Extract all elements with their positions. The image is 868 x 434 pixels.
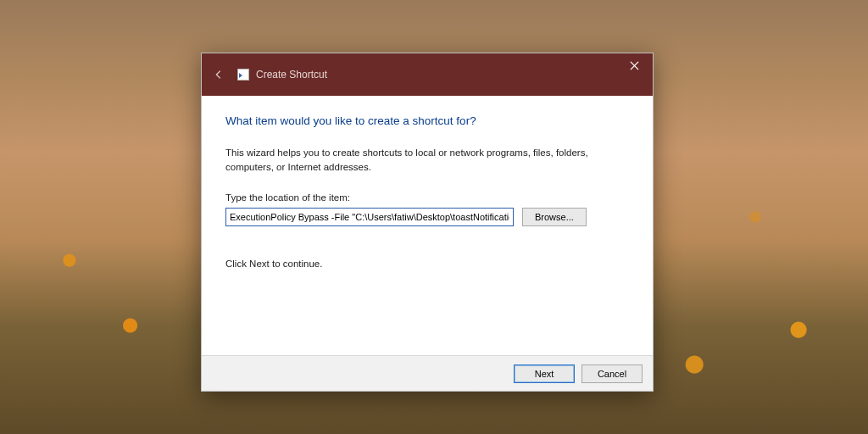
location-row: Browse... (225, 208, 629, 226)
dialog-footer: Next Cancel (202, 355, 653, 391)
next-button[interactable]: Next (514, 364, 575, 383)
titlebar[interactable]: Create Shortcut (202, 53, 653, 96)
back-button[interactable] (212, 68, 225, 81)
arrow-left-icon (213, 69, 225, 81)
wizard-description: This wizard helps you to create shortcut… (225, 146, 629, 174)
browse-button[interactable]: Browse... (522, 208, 587, 226)
continue-hint: Click Next to continue. (225, 259, 629, 269)
window-title: Create Shortcut (256, 69, 327, 81)
location-input[interactable] (225, 208, 514, 226)
close-button[interactable] (615, 53, 653, 77)
cancel-button[interactable]: Cancel (581, 364, 643, 383)
wizard-heading: What item would you like to create a sho… (225, 114, 629, 127)
shortcut-icon (237, 69, 249, 81)
close-icon (630, 61, 639, 70)
create-shortcut-dialog: Create Shortcut What item would you like… (201, 53, 654, 392)
location-label: Type the location of the item: (225, 192, 629, 203)
wizard-content: What item would you like to create a sho… (202, 96, 653, 355)
